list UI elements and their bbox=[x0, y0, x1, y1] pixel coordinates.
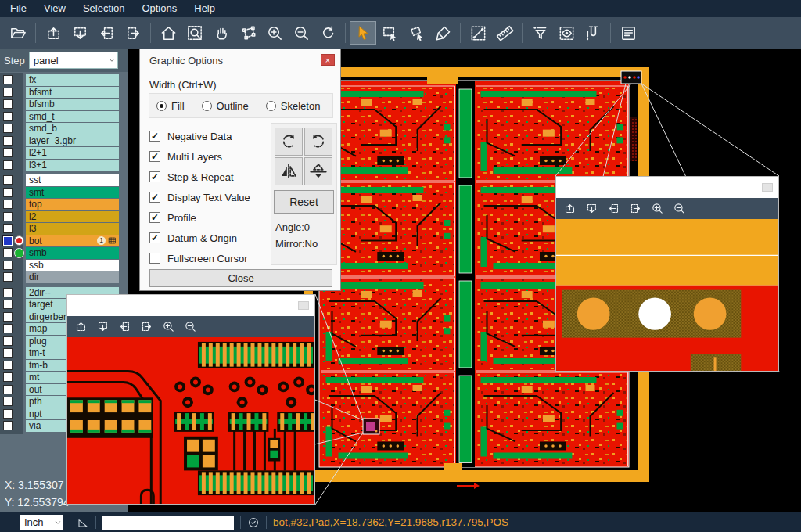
layer-visibility-checkbox[interactable] bbox=[3, 300, 13, 309]
tool-clean-brush[interactable] bbox=[429, 21, 456, 45]
option-fullscreen-cursor[interactable]: Fullscreen Cursor bbox=[149, 248, 273, 268]
layer-label[interactable]: l2 bbox=[26, 211, 119, 223]
magnifier-left-view[interactable] bbox=[67, 337, 314, 504]
layer-row-bot[interactable]: bot1 bbox=[0, 235, 119, 247]
layer-visibility-checkbox[interactable] bbox=[3, 397, 13, 406]
mag-tool-move-up[interactable] bbox=[563, 202, 577, 215]
layer-label[interactable]: sst bbox=[26, 174, 119, 186]
layer-label[interactable]: bot1 bbox=[26, 235, 119, 247]
layer-visibility-checkbox[interactable] bbox=[3, 200, 13, 209]
radio-fill[interactable]: Fill bbox=[156, 100, 185, 112]
tool-open-folder[interactable] bbox=[5, 21, 31, 45]
layer-label[interactable]: smd_t bbox=[26, 111, 119, 123]
layer-row-bfsmb[interactable]: bfsmb bbox=[0, 99, 119, 110]
layer-visibility-checkbox[interactable] bbox=[3, 421, 13, 430]
window-button-icon[interactable] bbox=[762, 183, 773, 192]
layer-visibility-checkbox[interactable] bbox=[3, 236, 13, 246]
tool-move-up[interactable] bbox=[40, 21, 66, 45]
checkbox-icon[interactable]: ✓ bbox=[149, 151, 160, 162]
fiducial-mark[interactable] bbox=[621, 71, 641, 84]
layer-row-l3+1[interactable]: l3+1 bbox=[0, 160, 119, 171]
layer-row-l2[interactable]: l2 bbox=[0, 211, 119, 223]
mag-tool-move-up[interactable] bbox=[74, 320, 88, 333]
layer-label[interactable]: dir bbox=[26, 271, 119, 283]
layer-row-ssb[interactable]: ssb bbox=[0, 260, 119, 271]
layer-visibility-checkbox[interactable] bbox=[3, 148, 13, 157]
tool-layer-list[interactable] bbox=[615, 21, 641, 45]
tool-pan-hand[interactable] bbox=[208, 21, 235, 45]
menu-view[interactable]: View bbox=[35, 0, 74, 17]
checkbox-icon[interactable] bbox=[149, 253, 160, 264]
layer-visibility-checkbox[interactable] bbox=[3, 124, 13, 133]
mag-tool-move-left[interactable] bbox=[607, 202, 620, 215]
mag-tool-move-right[interactable] bbox=[629, 202, 642, 215]
selected-pad-mark[interactable] bbox=[363, 419, 379, 434]
angle-tool-icon[interactable] bbox=[77, 516, 89, 529]
checkbox-icon[interactable]: ✓ bbox=[149, 171, 160, 182]
layer-visibility-checkbox[interactable] bbox=[3, 372, 13, 382]
layer-visibility-checkbox[interactable] bbox=[3, 99, 13, 109]
layer-visibility-checkbox[interactable] bbox=[3, 312, 13, 322]
tool-measure-line[interactable] bbox=[465, 21, 491, 45]
tool-polygon-select[interactable] bbox=[403, 21, 429, 45]
tool-filter[interactable] bbox=[526, 21, 553, 45]
mag-tool-move-down[interactable] bbox=[96, 320, 110, 333]
layer-label[interactable]: smb bbox=[26, 247, 119, 259]
radio-outline[interactable]: Outline bbox=[202, 100, 249, 112]
layer-row-smd_b[interactable]: smd_b bbox=[0, 123, 119, 135]
layer-row-l3[interactable]: l3 bbox=[0, 223, 119, 235]
layer-visibility-checkbox[interactable] bbox=[3, 175, 13, 185]
layer-row-top[interactable]: top bbox=[0, 199, 119, 210]
layer-label[interactable]: smd_b bbox=[26, 123, 119, 135]
checkbox-icon[interactable]: ✓ bbox=[149, 212, 160, 223]
tool-rect-select[interactable] bbox=[376, 21, 403, 45]
option-multi-layers[interactable]: ✓Multi Layers bbox=[149, 146, 273, 167]
layer-label[interactable]: l2+1 bbox=[26, 147, 119, 159]
layer-label[interactable]: top bbox=[26, 199, 119, 210]
layer-visibility-checkbox[interactable] bbox=[3, 88, 13, 97]
mirror-h-button[interactable] bbox=[275, 157, 303, 185]
mag-tool-move-down[interactable] bbox=[585, 202, 598, 215]
dialog-close-button[interactable]: Close bbox=[149, 269, 332, 287]
layer-row-layer_3.gbr[interactable]: layer_3.gbr bbox=[0, 135, 119, 147]
layer-row-l2+1[interactable]: l2+1 bbox=[0, 147, 119, 159]
tool-move-right[interactable] bbox=[120, 21, 146, 45]
mag-tool-zoom-in[interactable] bbox=[651, 202, 664, 215]
checkbox-icon[interactable]: ✓ bbox=[149, 131, 160, 142]
layer-visibility-checkbox[interactable] bbox=[3, 75, 13, 84]
layer-visibility-checkbox[interactable] bbox=[3, 409, 13, 419]
reset-button[interactable]: Reset bbox=[274, 190, 334, 214]
tool-zoom-window[interactable] bbox=[181, 21, 208, 45]
mag-tool-zoom-out[interactable] bbox=[184, 320, 197, 333]
checkbox-icon[interactable]: ✓ bbox=[149, 192, 160, 203]
magnifier-right-titlebar[interactable] bbox=[556, 177, 778, 198]
layer-visibility-checkbox[interactable] bbox=[3, 361, 13, 370]
option-display-text-value[interactable]: ✓Display Text Value bbox=[149, 187, 273, 207]
layer-visibility-checkbox[interactable] bbox=[3, 288, 13, 297]
layer-visibility-checkbox[interactable] bbox=[3, 348, 13, 358]
rotate-cw-button[interactable] bbox=[275, 128, 303, 156]
layer-row-smd_t[interactable]: smd_t bbox=[0, 111, 119, 123]
tool-move-down[interactable] bbox=[66, 21, 93, 45]
menu-selection[interactable]: Selection bbox=[74, 0, 133, 17]
tool-view-eye[interactable] bbox=[553, 21, 580, 45]
layer-label[interactable]: smt bbox=[26, 187, 119, 199]
option-profile[interactable]: ✓Profile bbox=[149, 207, 273, 228]
layer-visibility-checkbox[interactable] bbox=[3, 212, 13, 221]
layer-row-dir[interactable]: dir bbox=[0, 271, 119, 283]
window-button-icon[interactable] bbox=[298, 301, 309, 310]
layer-row-fx[interactable]: fx bbox=[0, 74, 119, 86]
layer-visibility-checkbox[interactable] bbox=[3, 336, 13, 346]
close-icon[interactable]: × bbox=[321, 54, 335, 66]
layer-label[interactable]: ssb bbox=[26, 260, 119, 271]
mag-tool-zoom-out[interactable] bbox=[673, 202, 686, 215]
layer-label[interactable]: fx bbox=[26, 74, 119, 86]
mag-tool-zoom-in[interactable] bbox=[162, 320, 175, 333]
dialog-titlebar[interactable]: Graphic Options × bbox=[140, 49, 340, 70]
magnifier-left-titlebar[interactable] bbox=[67, 295, 314, 316]
refresh-icon[interactable] bbox=[247, 516, 260, 529]
layer-row-smb[interactable]: smb bbox=[0, 247, 119, 259]
layer-label[interactable]: bfsmb bbox=[26, 99, 119, 110]
layer-visibility-checkbox[interactable] bbox=[3, 188, 13, 197]
mag-tool-move-left[interactable] bbox=[118, 320, 131, 333]
